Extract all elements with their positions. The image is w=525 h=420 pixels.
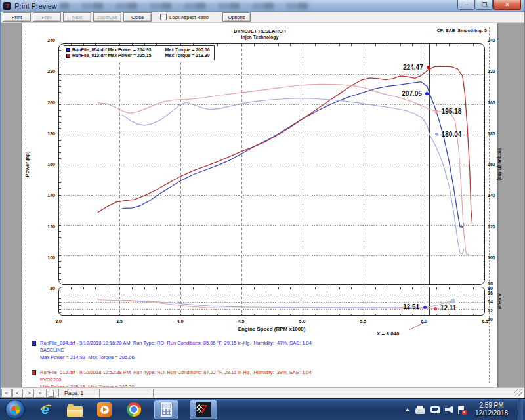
print-preview-window: 7 Print Preview – ❒ × Print Prev Next Zo… <box>0 0 525 398</box>
print-preview-page: DYNOJET RESEARCH Injen Technology CF: SA… <box>22 23 497 387</box>
tick-label: 80 <box>35 286 55 291</box>
run-stats: Max Power = 214.93 Max Torque = 205.06 <box>40 354 312 361</box>
tick-label: 240 <box>488 38 507 43</box>
tick-label: 3.0 <box>55 319 62 324</box>
page-icon <box>49 390 54 397</box>
tick-label: 5.5 <box>360 319 366 324</box>
calculator-icon <box>160 402 173 417</box>
legend-swatch-evo2200 <box>66 54 70 58</box>
minimize-button[interactable]: – <box>457 0 475 10</box>
maximize-icon: ❒ <box>482 2 487 8</box>
network-tray-icon[interactable] <box>430 406 440 413</box>
legend-text: Max Torque = 205.06 <box>165 47 209 52</box>
taskbar-item-dynojet-winpep[interactable]: 7 <box>190 400 217 419</box>
data-marker-label: 195.18 <box>442 108 462 115</box>
data-marker-dot <box>451 299 455 303</box>
run-info-block: RunFile_004.drf - 9/10/2018 10:16:20 AM … <box>32 339 312 387</box>
tick-label: 180 <box>488 131 507 135</box>
last-page-button[interactable]: » <box>35 388 45 398</box>
clock-time: 2:59 PM <box>471 402 513 410</box>
next-page-button[interactable]: > <box>24 388 34 398</box>
show-desktop-button[interactable] <box>518 399 523 420</box>
tick-label: 4.0 <box>177 319 184 324</box>
chart-canvas <box>59 287 485 316</box>
run-label: EVO2200 <box>40 376 312 383</box>
taskbar-item-calculator[interactable] <box>154 400 178 419</box>
tick-label: 100 <box>488 255 507 259</box>
chart-canvas <box>59 44 485 285</box>
lock-aspect-ratio-checkbox[interactable] <box>160 14 167 20</box>
title-bar[interactable]: 7 Print Preview – ❒ × <box>1 0 524 12</box>
rpm-axis-title: Engine Speed (RPM x1000) <box>58 326 485 332</box>
run-label: BASELINE <box>40 346 312 354</box>
tick-label: 10 <box>488 317 507 322</box>
media-player-icon <box>97 402 112 417</box>
app-icon: 7 <box>3 2 11 10</box>
chrome-icon <box>127 402 141 417</box>
tick-label: 3.5 <box>116 319 123 324</box>
run-info-evo2200: RunFile_012.drf - 9/10/2018 12:52:38 PM … <box>32 369 312 387</box>
volume-tray-icon[interactable] <box>445 406 453 413</box>
show-hidden-icons-arrow-icon[interactable] <box>405 408 410 411</box>
legend-text: RunFile_004.drf Max Power = 214.93 <box>72 47 151 52</box>
tick-label: 200 <box>35 100 55 104</box>
play-icon <box>100 406 109 414</box>
prev-button[interactable]: Prev <box>33 12 61 22</box>
first-page-button[interactable]: « <box>1 388 12 398</box>
previous-page-button[interactable]: < <box>12 388 23 398</box>
windows-logo-icon <box>10 405 20 415</box>
torque-axis-title: Torque (ft-lbs) <box>497 148 503 180</box>
tick-label: 240 <box>35 38 55 43</box>
tick-label: 180 <box>35 131 55 135</box>
data-marker-label: 12.51 <box>403 303 419 310</box>
window-title: Print Preview <box>14 2 57 10</box>
data-marker-label: 12.11 <box>440 304 456 312</box>
clock-date: 12/12/2018 <box>471 410 513 417</box>
taskbar-item-internet-explorer[interactable]: e <box>36 400 54 419</box>
data-marker-label: 224.47 <box>403 64 423 71</box>
report-subtitle: Injen Technology <box>22 35 497 39</box>
tick-label: 200 <box>488 100 507 104</box>
tick-label: 6.5 <box>482 319 488 324</box>
legend-text: Max Torque = 213.30 <box>165 52 209 58</box>
taskbar-item-file-explorer[interactable] <box>66 400 84 419</box>
data-marker-dot <box>423 306 427 309</box>
legend-swatch-baseline <box>66 48 70 52</box>
tick-label: 220 <box>488 69 507 74</box>
taskbar-item-chrome[interactable] <box>125 400 143 419</box>
maximize-button[interactable]: ❒ <box>476 0 493 10</box>
tick-label: 5.0 <box>299 319 306 324</box>
data-marker-label: 180.04 <box>442 131 462 138</box>
next-button[interactable]: Next <box>63 12 91 22</box>
action-center-flag-icon[interactable]: × <box>458 406 465 414</box>
toolbar: Print Prev Next Zoom Out Close Lock Aspe… <box>1 12 524 23</box>
page-setup-button[interactable] <box>46 388 56 398</box>
print-button[interactable]: Print <box>3 12 31 22</box>
printer-tray-icon[interactable] <box>415 408 425 414</box>
taskbar-item-media-player[interactable] <box>95 400 114 419</box>
options-button[interactable]: Options <box>222 12 251 22</box>
start-button[interactable] <box>5 400 25 419</box>
dynojet-icon: 7 <box>196 402 211 417</box>
statusbar-panel <box>99 388 152 398</box>
tick-label: 100 <box>35 255 55 259</box>
tick-label: 120 <box>488 224 507 228</box>
run-header: RunFile_004.drf - 9/10/2018 10:16:20 AM … <box>40 339 312 346</box>
resize-grip[interactable] <box>514 388 522 396</box>
zoom-out-button[interactable]: Zoom Out <box>93 12 121 22</box>
run-info-baseline: RunFile_004.drf - 9/10/2018 10:16:20 AM … <box>32 339 312 361</box>
rpm-axis-tick-labels: 3.03.54.04.55.05.56.06.5 <box>58 319 485 326</box>
taskbar: e 7 × 2:59 PM 12/12/2018 <box>0 398 525 420</box>
close-window-button[interactable]: × <box>494 0 521 10</box>
close-button[interactable]: Close <box>123 12 152 22</box>
tick-label: 120 <box>35 224 55 228</box>
internet-explorer-icon: e <box>41 403 49 416</box>
print-preview-statusbar: « < > » Page: 1 <box>1 387 524 398</box>
dyno-power-torque-chart: RunFile_004.drf Max Power = 214.93 Max T… <box>58 43 485 285</box>
run-swatch <box>32 341 36 346</box>
data-marker-label: 207.05 <box>402 90 422 97</box>
alert-badge: × <box>462 410 467 415</box>
taskbar-clock[interactable]: 2:59 PM 12/12/2018 <box>471 402 513 417</box>
legend-row: RunFile_004.drf Max Power = 214.93 Max T… <box>66 47 210 52</box>
run-header: RunFile_012.drf - 9/10/2018 12:52:38 PM … <box>40 369 312 376</box>
